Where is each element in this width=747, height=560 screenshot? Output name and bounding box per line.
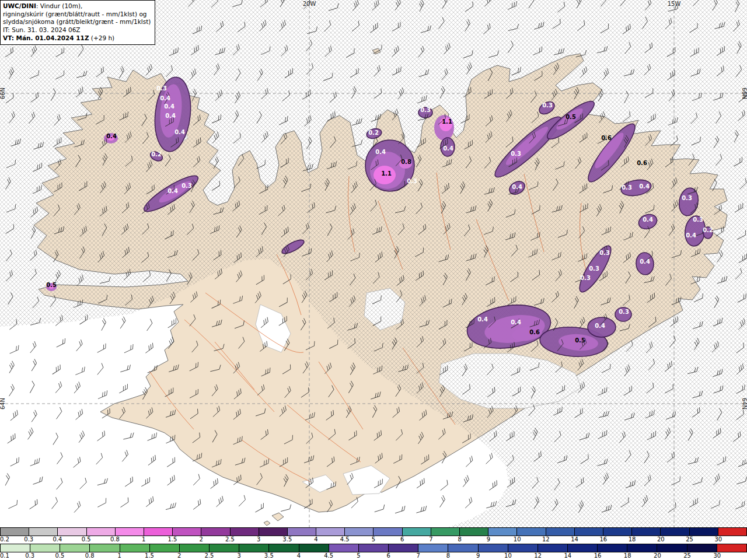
precip-value-label: 0.4	[165, 113, 176, 119]
colorbar-cell	[538, 544, 568, 552]
colorbar-tick-label: 3.5	[282, 536, 292, 542]
colorbar-cell	[687, 544, 717, 552]
colorbar-cell	[479, 544, 508, 552]
colorbar-labels-1: 0.10.30.50.811.522.533.544.5567891012141…	[0, 552, 747, 560]
colorbar-tick-label: 18	[624, 552, 631, 559]
precip-value-label: 0.6	[601, 135, 612, 141]
precip-value-label: 0.2	[703, 227, 713, 233]
precip-value-label: 0.3	[156, 85, 167, 92]
colorbar-cells-1	[0, 544, 747, 552]
precip-value-label: 0.6	[529, 329, 540, 335]
colorbar-cell	[575, 528, 603, 536]
colorbar-tick-label: 25	[686, 536, 693, 542]
colorbar-tick-label: 20	[657, 536, 665, 542]
colorbar-cell	[431, 528, 460, 536]
colorbar-tick-label: 10	[514, 536, 521, 542]
colorbar-tick-label: 9	[476, 552, 480, 559]
colorbar-tick-label: 6	[400, 536, 404, 542]
colorbar-tick-label: 0.5	[82, 536, 91, 542]
precip-value-label: 0.5	[575, 337, 585, 344]
precip-value-label: 0.3	[682, 195, 692, 201]
colorbar-cell	[718, 528, 746, 536]
colorbar-tick-label: 30	[713, 552, 721, 559]
colorbar-tick-label: 1	[118, 552, 121, 559]
colorbar-cell	[657, 544, 687, 552]
info-line-snow-legend: slydda/snjókoma (grátt/bleikt/grænt - mm…	[3, 18, 151, 26]
colorbar-tick-label: 0.3	[25, 552, 34, 559]
precip-value-label: 0.3	[420, 107, 431, 113]
colorbar-cell	[508, 544, 538, 552]
colorbar-tick-label: 9	[487, 536, 490, 542]
colorbar-cell	[690, 528, 718, 536]
colorbar-tick-label: 0.5	[55, 552, 64, 559]
colorbar-cell	[448, 544, 478, 552]
colorbar-cell	[259, 528, 288, 536]
colorbar-cell	[517, 528, 546, 536]
precip-value-label: 1.1	[442, 118, 452, 125]
info-line-rain-legend: rigning/skúrir (grænt/blátt/rautt - mm/1…	[3, 10, 151, 19]
colorbar-cell	[460, 528, 488, 536]
graticule-label: 64N	[0, 398, 6, 410]
precip-value-label: 0.4	[686, 232, 696, 239]
weather-map: 20W15W66N64N66N64N 0.30.40.40.40.40.40.2…	[0, 0, 747, 527]
colorbar-cell	[231, 528, 259, 536]
precip-value-label: 0.3	[589, 265, 599, 272]
colorbar-cell	[632, 528, 661, 536]
colorbar-cell	[316, 528, 345, 536]
graticule-label: 15W	[668, 1, 681, 7]
precip-value-label: 0.3	[542, 102, 553, 108]
info-line-valid-time: VT: Mán. 01.04.2024 11Z (+29 h)	[3, 34, 151, 43]
colorbar-tick-label: 12	[542, 536, 550, 542]
colorbar-rain-row: 0.10.30.50.811.522.533.544.5567891012141…	[0, 544, 747, 560]
colorbar-cell	[603, 528, 632, 536]
precip-value-label: 0.4	[167, 188, 178, 194]
colorbar-tick-label: 0.1	[0, 552, 9, 559]
precip-value-label: 0.4	[164, 103, 174, 110]
colorbar-cell	[144, 528, 173, 536]
colorbar-cells-0	[0, 527, 747, 536]
weather-chart-page: { "header": { "lines": [ {"b": "UWC/DINI…	[0, 0, 747, 560]
colorbar-cell	[546, 528, 575, 536]
precip-value-label: 0.3	[622, 184, 632, 191]
colorbar-tick-label: 16	[594, 552, 602, 559]
colorbar-cell	[299, 544, 329, 552]
precip-value-label: 0.4	[511, 319, 521, 326]
model-desc: : Vindur (10m),	[36, 2, 83, 9]
precip-value-label: 0.3	[407, 178, 417, 184]
colorbar-tick-label: 30	[714, 536, 722, 542]
colorbar-cell	[418, 544, 448, 552]
colorbar-tick-label: 2	[177, 552, 181, 559]
colorbar-tick-label: 4.5	[324, 552, 333, 559]
colorbar-cell	[60, 544, 90, 552]
precip-value-label: 0.8	[401, 159, 411, 165]
colorbar-tick-label: 4.5	[340, 536, 350, 542]
precip-value-label: 0.4	[643, 216, 653, 223]
colorbar-cell	[329, 544, 359, 552]
colorbar-cell	[359, 544, 389, 552]
colorbar-cell	[120, 544, 150, 552]
colorbar-cell	[661, 528, 689, 536]
precip-value-label: 1.1	[381, 170, 392, 177]
colorbar-cell	[598, 544, 627, 552]
colorbar-cell	[173, 528, 201, 536]
precip-value-label: 0.4	[477, 316, 488, 323]
model-name: UWC/DINI	[3, 2, 36, 9]
precip-value-label: 0.4	[640, 258, 650, 265]
colorbar-tick-label: 5	[372, 536, 375, 542]
colorbar-cell	[116, 528, 144, 536]
graticule-label: 20W	[303, 1, 316, 7]
precip-value-label: 0.4	[512, 184, 522, 190]
colorbar-cell	[374, 528, 402, 536]
colorbar-cell	[1, 528, 29, 536]
precip-value-label: 0.3	[619, 309, 629, 315]
colorbar-legend: 0.20.30.40.50.811.522.533.544.5567891012…	[0, 527, 747, 560]
colorbar-tick-label: 2.5	[225, 536, 235, 542]
colorbar-tick-label: 18	[629, 536, 636, 542]
precip-value-label: 0.3	[181, 183, 192, 189]
graticule-label: 64N	[741, 398, 747, 410]
colorbar-cell	[29, 528, 58, 536]
colorbar-tick-label: 1.5	[145, 552, 154, 559]
precip-value-label: 0.2	[368, 130, 379, 136]
precip-value-label: 0.4	[106, 133, 117, 139]
colorbar-cell	[627, 544, 657, 552]
